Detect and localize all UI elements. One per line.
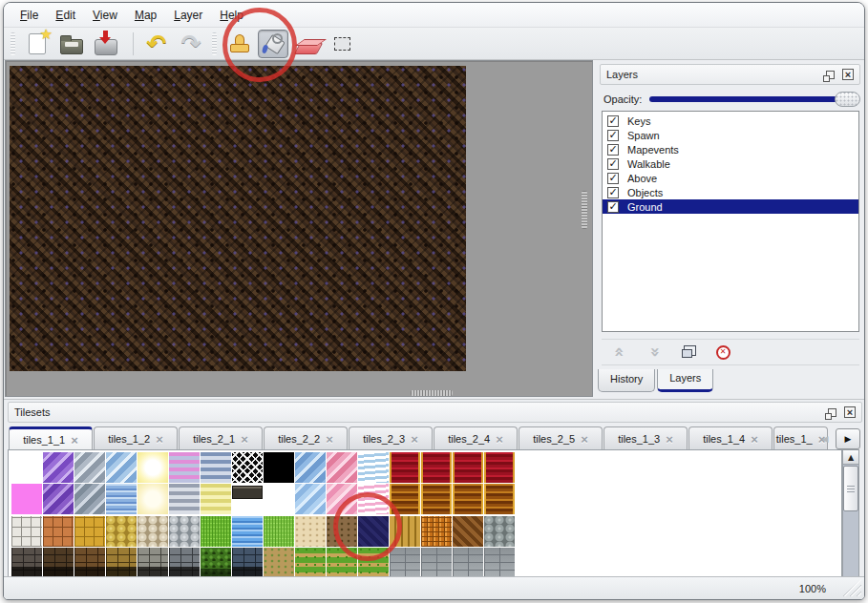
close-tab-icon[interactable]: × (666, 433, 673, 446)
palette-tile-yellow-glow[interactable] (138, 452, 168, 483)
palette-tile-light-brick[interactable] (453, 548, 483, 578)
palette-tile-pink-crystal[interactable] (327, 452, 357, 483)
palette-tile-water[interactable] (232, 516, 263, 547)
palette-tile-yellow-cobbles[interactable] (106, 516, 137, 547)
palette-tile-brown-wall[interactable] (74, 548, 105, 578)
palette-tile-dirt[interactable] (327, 516, 357, 547)
palette-tile-blank[interactable] (11, 452, 42, 483)
palette-tile-navy-tile[interactable] (358, 516, 389, 547)
tileset-tab-tiles_1_1[interactable]: tiles_1_1× (9, 426, 93, 449)
palette-tile-pale-glow[interactable] (138, 484, 168, 514)
palette-tile-orange-curtain[interactable] (390, 484, 420, 514)
palette-tile-water-shimmer[interactable] (106, 484, 137, 514)
palette-tile-herringbone[interactable] (453, 516, 483, 547)
new-file-button[interactable] (22, 30, 53, 58)
layer-visibility-checkbox[interactable]: ✓ (607, 144, 619, 156)
palette-tile-gold-tiles[interactable] (74, 516, 105, 547)
palette-tile-lattice[interactable] (232, 452, 263, 483)
close-tab-icon[interactable]: × (581, 433, 588, 446)
palette-tile-light-brick[interactable] (390, 548, 420, 578)
map-tilesets-splitter[interactable] (411, 390, 453, 396)
palette-tile-orange-curtain[interactable] (421, 484, 452, 514)
stamp-tool-button[interactable] (223, 30, 254, 58)
tileset-tab-tiles_2_3[interactable]: tiles_2_3× (349, 426, 433, 449)
lower-layer-button[interactable]: « (644, 343, 665, 362)
palette-tile-purple-crystal[interactable] (43, 452, 74, 483)
close-tab-icon[interactable]: × (751, 433, 758, 446)
menu-view[interactable]: View (84, 5, 126, 26)
layer-visibility-checkbox[interactable]: ✓ (607, 187, 619, 198)
palette-tile-gray-crystal-small[interactable] (74, 484, 105, 514)
palette-tile-pink-white-stripes[interactable] (358, 484, 389, 514)
map-viewport[interactable] (5, 60, 593, 397)
tileset-tab-tiles_2_2[interactable]: tiles_2_2× (264, 426, 348, 449)
close-tab-icon[interactable]: × (326, 433, 333, 446)
palette-tile-blue-stripes[interactable] (201, 452, 231, 483)
palette-tile-wood-planks[interactable] (390, 516, 420, 547)
palette-tile-light-pink-crystal[interactable] (327, 484, 357, 514)
palette-tile-sky-crystal[interactable] (295, 452, 326, 483)
close-tab-icon[interactable]: × (241, 433, 248, 446)
scrollbar-thumb[interactable] (843, 466, 858, 511)
open-file-button[interactable] (56, 30, 87, 58)
menu-help[interactable]: Help (211, 5, 252, 26)
palette-tile-pink-stripes[interactable] (169, 452, 200, 483)
palette-tile-beige-pebbles[interactable] (138, 516, 168, 547)
palette-tile-terracotta-tiles[interactable] (43, 516, 74, 547)
palette-tile-red-curtain[interactable] (484, 452, 515, 483)
undo-button[interactable]: ↶ (141, 30, 172, 58)
tab-scroll-left-icon[interactable]: ◀ (817, 428, 833, 449)
scroll-up-icon[interactable]: ▲ (843, 450, 858, 465)
close-tab-icon[interactable]: × (411, 433, 418, 446)
palette-tile-yellow-stripes[interactable] (201, 484, 231, 514)
close-panel-icon[interactable]: × (842, 69, 854, 80)
resize-grip[interactable] (842, 579, 861, 596)
palette-tile-orange-curtain[interactable] (453, 484, 483, 514)
layer-row-mapevents[interactable]: ✓Mapevents (603, 142, 858, 156)
menu-edit[interactable]: Edit (47, 5, 84, 26)
float-panel-icon[interactable] (826, 71, 835, 79)
palette-tile-dark-plaque[interactable] (232, 486, 263, 499)
layer-row-above[interactable]: ✓Above (603, 171, 858, 185)
layer-row-walkable[interactable]: ✓Walkable (603, 156, 858, 171)
palette-tile-red-curtain[interactable] (390, 452, 420, 483)
palette-tile-gray-cobbles[interactable] (169, 516, 200, 547)
tileset-tab-tiles_2_4[interactable]: tiles_2_4× (434, 426, 518, 449)
palette-tile-light-blue-crystal[interactable] (295, 484, 326, 514)
layer-visibility-checkbox[interactable]: ✓ (607, 173, 619, 184)
float-panel-icon[interactable] (828, 408, 836, 417)
layer-visibility-checkbox[interactable]: ✓ (607, 201, 619, 213)
palette-scrollbar[interactable]: ▲ ▼ (842, 449, 859, 594)
toolbar-drag-handle[interactable] (11, 32, 15, 55)
palette-tile-dark-gray-wall[interactable] (11, 548, 42, 578)
menu-file[interactable]: File (11, 5, 47, 26)
redo-button[interactable]: ↷ (176, 30, 206, 58)
palette-tile-dark-brown-wall[interactable] (43, 548, 74, 578)
palette-tile-basket-weave[interactable] (421, 516, 452, 547)
map-layers-splitter[interactable] (582, 191, 587, 229)
tileset-tab-tiles_2_1[interactable]: tiles_2_1× (179, 426, 263, 449)
palette-tile-ice-stripes[interactable] (358, 452, 389, 483)
tileset-tab-tiles_1_2[interactable]: tiles_1_2× (94, 426, 178, 449)
tileset-tab-tiles_1_3[interactable]: tiles_1_3× (603, 426, 688, 449)
palette-tile-gray-stripes[interactable] (169, 484, 200, 514)
close-tab-icon[interactable]: × (71, 434, 78, 447)
palette-tile-stone-wall[interactable] (138, 548, 168, 578)
close-panel-icon[interactable]: × (844, 406, 856, 418)
palette-tile-light-brick[interactable] (421, 548, 452, 578)
eraser-tool-button[interactable] (292, 30, 323, 58)
menu-layer[interactable]: Layer (165, 5, 211, 26)
tileset-tab-tiles_1_4[interactable]: tiles_1_4× (688, 426, 773, 449)
layer-visibility-checkbox[interactable]: ✓ (607, 158, 619, 170)
palette-tile-grass-path[interactable] (327, 548, 357, 578)
tab-scroll-right-icon[interactable]: ▶ (836, 428, 860, 449)
palette-tile-stone-blocks[interactable] (11, 516, 42, 547)
menu-map[interactable]: Map (126, 5, 165, 26)
palette-tile-grass[interactable] (201, 516, 231, 547)
layers-dock-titlebar[interactable]: Layers × (600, 64, 860, 85)
layer-row-spawn[interactable]: ✓Spawn (603, 128, 858, 142)
palette-tile-magenta[interactable] (11, 484, 42, 514)
palette-tile-grass-light[interactable] (264, 516, 294, 547)
tilesets-dock-titlebar[interactable]: Tilesets × (8, 402, 862, 423)
palette-tile-slate-wall[interactable] (232, 548, 263, 578)
